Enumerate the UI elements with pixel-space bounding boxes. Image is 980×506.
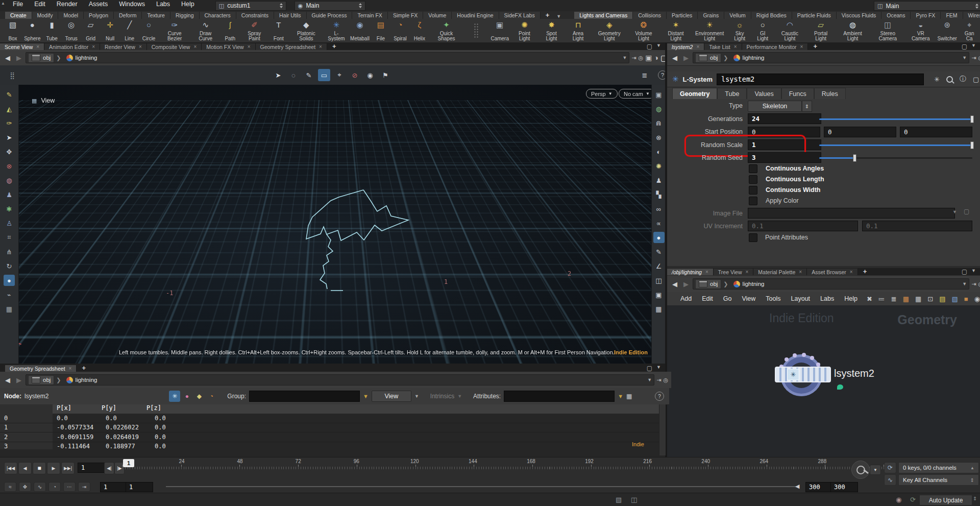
path-field[interactable]: obj ❯ lightning ▼ — [693, 278, 969, 290]
range-start-field[interactable]: 1 — [100, 482, 128, 492]
palette-icon[interactable]: ▦ — [903, 295, 909, 303]
close-icon[interactable]: × — [696, 44, 699, 50]
select-arrow-icon[interactable]: ➤ — [272, 69, 284, 81]
folder-tab[interactable]: Funcs — [781, 88, 814, 99]
column-header[interactable]: P[y] — [97, 404, 142, 414]
shelf-tool[interactable]: ▣ Camera — [489, 19, 511, 42]
menu-item[interactable]: Help — [176, 0, 200, 10]
shelf-tool[interactable]: ◉ Metaball — [349, 19, 371, 42]
geometry-display-icon[interactable]: ▣ — [645, 54, 652, 62]
sphere-tool-icon[interactable]: ◍ — [4, 175, 15, 186]
box-select-icon[interactable]: ▭ — [318, 69, 330, 81]
pane-options-icon[interactable]: ▼ — [656, 365, 661, 372]
set-key-button[interactable] — [851, 461, 870, 479]
pose-tool-icon[interactable]: ♟ — [4, 189, 15, 200]
selection-mask-icon[interactable]: ⊗ — [4, 160, 15, 172]
start-position-x-field[interactable]: 0 — [748, 127, 820, 137]
shelf-tool[interactable]: ✐ Spray Paint — [240, 19, 269, 42]
sticky-note-icon[interactable]: ▤ — [939, 295, 945, 303]
funnel-icon[interactable]: ▼ — [363, 393, 369, 399]
breadcrumb-node[interactable]: lightning — [730, 280, 768, 288]
dopesheet-icon[interactable]: ⋯ — [63, 482, 76, 492]
laser-select-icon[interactable]: ⌖ — [333, 69, 346, 81]
network-menu-item[interactable]: Layout — [786, 295, 816, 302]
update-mode-dropdown[interactable]: Auto Update — [919, 495, 972, 505]
menu-item[interactable]: Edit — [29, 0, 51, 10]
shelf-tool[interactable]: ╱ Line — [120, 19, 139, 42]
lsystem-node-icon[interactable]: ✳ — [672, 75, 679, 84]
folder-tab[interactable]: Values — [747, 88, 781, 99]
shelf-tab[interactable]: Characters — [200, 12, 236, 19]
channel-list-icon[interactable]: ⟳ — [884, 462, 896, 473]
pane-tab[interactable]: Animation Editor× — [44, 43, 100, 50]
forward-icon[interactable]: ▶ — [14, 376, 23, 384]
pane-tab[interactable]: Motion FX View× — [202, 43, 255, 50]
breadcrumb-obj[interactable]: obj — [695, 53, 721, 63]
slider-handle[interactable] — [970, 141, 974, 149]
material-icon[interactable]: ▚ — [653, 189, 665, 200]
shelf-tool[interactable]: ⌖ Gan Ca — [959, 19, 980, 42]
pane-tab[interactable]: Geometry Spreadsheet× — [256, 43, 327, 50]
goto-range-icon[interactable]: ⇥ — [78, 482, 90, 492]
search-icon[interactable] — [946, 76, 953, 83]
new-pane-tab-button[interactable]: + — [77, 364, 91, 372]
new-pane-tab-button[interactable]: + — [327, 42, 341, 50]
shelf-tab[interactable]: Vellum — [724, 12, 751, 19]
shelf-tool[interactable]: ◍ Ambient Light — [836, 19, 870, 42]
shelf-tool[interactable]: ʃ Path — [220, 19, 240, 42]
shelf-tool[interactable]: ▤ File — [371, 19, 390, 42]
lasso-select-icon[interactable]: ◌ — [287, 69, 300, 81]
tree-tool-icon[interactable]: ✱ — [4, 203, 15, 214]
new-pane-tab-button[interactable]: + — [858, 268, 872, 275]
network-menu-item[interactable]: Labs — [815, 295, 839, 302]
headlight-icon[interactable]: ◐ — [653, 146, 665, 157]
display-options-icon[interactable]: ≣ — [639, 69, 651, 81]
message-log-icon[interactable]: ▧ — [616, 496, 622, 503]
breadcrumb-obj[interactable]: obj — [28, 53, 54, 63]
realtime-icon[interactable]: ≈ — [4, 482, 16, 492]
desktop-selector[interactable]: ◫ custum1 — [215, 1, 286, 11]
forward-icon[interactable]: ▶ — [14, 54, 23, 62]
generations-slider[interactable] — [819, 118, 972, 120]
motionfx-icon[interactable]: ∿ — [884, 474, 896, 486]
move-tool-icon[interactable]: ✥ — [4, 146, 15, 157]
menu-item[interactable]: Assets — [83, 0, 114, 10]
pane-tab[interactable]: Asset Browser× — [807, 269, 858, 275]
breadcrumb-node[interactable]: lightning — [63, 54, 101, 62]
ik-tool-icon[interactable]: ↻ — [4, 260, 15, 272]
intrinsics-dropdown[interactable]: Intrinsics — [430, 393, 454, 400]
glasses-icon[interactable]: ∞ — [653, 203, 665, 214]
shelf-tool[interactable]: ◎ Torus — [62, 19, 81, 42]
help-icon[interactable]: ? — [655, 392, 664, 401]
forward-icon[interactable]: ▶ — [681, 54, 691, 62]
shelf-tool[interactable]: ● Sphere — [22, 19, 42, 42]
attributes-field[interactable] — [504, 391, 615, 402]
add-shelf-tab-button[interactable]: + — [541, 11, 555, 19]
pane-tab[interactable]: /obj/lightning× — [667, 269, 714, 275]
folder-tab[interactable]: Geometry — [672, 88, 717, 99]
checkbox[interactable] — [749, 186, 757, 195]
go-to-start-button[interactable]: |◀◀ — [4, 462, 17, 474]
corner-desktop-selector[interactable]: ◫ Main — [874, 1, 980, 11]
visible-only-icon[interactable]: ◉ — [364, 69, 376, 81]
shelf-tab[interactable]: Modify — [32, 12, 59, 19]
clock-icon[interactable]: ◔ — [48, 482, 61, 492]
shelf-tab[interactable]: Grains — [698, 12, 724, 19]
path-dropdown-icon[interactable]: ▼ — [647, 377, 652, 382]
step-back-button[interactable]: ◀ — [18, 462, 32, 474]
uv-increment-v-field[interactable]: 0.1 — [862, 221, 972, 231]
index-column-header[interactable] — [0, 404, 53, 414]
network-menu-item[interactable]: Go — [718, 295, 737, 302]
rig-tool-icon[interactable]: ⋔ — [4, 246, 15, 257]
folder-tab[interactable]: Rules — [814, 88, 846, 99]
shelf-tab[interactable]: Wires — [963, 12, 980, 19]
viewport-canvas[interactable]: ▦ View Persp▼ No cam▼ 2 -1 1 y x Left mo… — [0, 85, 665, 364]
close-icon[interactable]: × — [734, 44, 737, 50]
close-icon[interactable]: × — [800, 44, 803, 50]
close-icon[interactable]: × — [319, 44, 322, 50]
path-field[interactable]: obj ❯ lightning ▼ — [26, 374, 654, 385]
stereo-view-icon[interactable]: ∝ — [653, 218, 665, 229]
path-field[interactable]: obj ❯ lightning ▼ — [26, 52, 629, 63]
menu-item[interactable]: Windows — [113, 0, 151, 10]
shelf-tool[interactable]: ✺ Point Light — [511, 19, 538, 42]
